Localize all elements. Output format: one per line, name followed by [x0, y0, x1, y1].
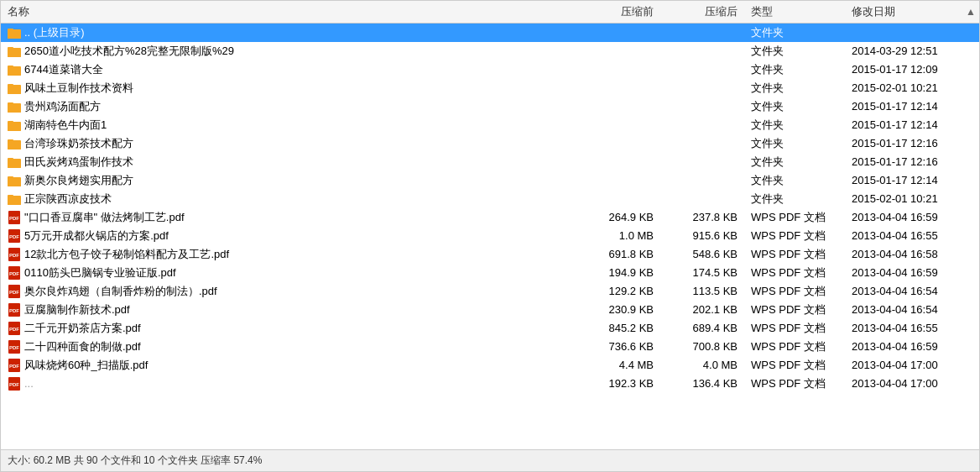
cell-compressed-before: 4.4 MB [576, 359, 660, 371]
table-row[interactable]: PDF ...192.3 KB136.4 KBWPS PDF 文档2013-04… [1, 375, 979, 393]
folder-icon [8, 192, 21, 206]
cell-name: PDF ... [1, 377, 576, 391]
svg-rect-29 [8, 197, 21, 205]
cell-modified: 2013-04-04 17:00 [845, 377, 979, 390]
table-row[interactable]: .. (上级目录)文件夹 [1, 24, 979, 42]
table-row[interactable]: PDF 二千元开奶茶店方案.pdf845.2 KB689.4 KBWPS PDF… [1, 319, 979, 338]
cell-type: 文件夹 [744, 191, 845, 207]
table-row[interactable]: PDF 豆腐脑制作新技术.pdf230.9 KB202.1 KBWPS PDF … [1, 301, 979, 319]
header-modified[interactable]: 修改日期 [845, 4, 979, 19]
table-row[interactable]: 风味土豆制作技术资料文件夹2015-02-01 10:21 [1, 79, 979, 97]
file-name-text: 正宗陕西凉皮技术 [24, 191, 112, 207]
pdf-icon: PDF [8, 303, 21, 317]
file-name-text: 豆腐脑制作新技术.pdf [24, 302, 130, 317]
table-row[interactable]: 贵州鸡汤面配方文件夹2015-01-17 12:14 [1, 97, 979, 116]
table-row[interactable]: 新奥尔良烤翅实用配方文件夹2015-01-17 12:14 [1, 171, 979, 190]
folder-icon [8, 100, 21, 113]
header-type[interactable]: 类型 [744, 4, 845, 19]
svg-text:PDF: PDF [9, 327, 19, 332]
cell-compressed-before: 691.8 KB [576, 248, 660, 260]
cell-type: WPS PDF 文档 [744, 376, 845, 391]
table-row[interactable]: PDF 0110筋头巴脑锅专业验证版.pdf194.9 KB174.5 KBWP… [1, 264, 979, 282]
cell-name: 贵州鸡汤面配方 [1, 99, 576, 114]
file-list-area[interactable]: .. (上级目录)文件夹 2650道小吃技术配方%28完整无限制版%29文件夹2… [1, 24, 979, 449]
table-row[interactable]: PDF 奥尔良炸鸡翅（自制香炸粉的制法）.pdf129.2 KB113.5 KB… [1, 282, 979, 301]
file-name-text: 新奥尔良烤翅实用配方 [24, 173, 133, 188]
header-compressed-after[interactable]: 压缩后 [660, 4, 744, 19]
cell-name: 6744道菜谱大全 [1, 62, 576, 77]
file-name-text: 台湾珍珠奶茶技术配方 [24, 136, 133, 151]
table-row[interactable]: 田氏炭烤鸡蛋制作技术文件夹2015-01-17 12:16 [1, 153, 979, 171]
file-name-text: "口口香豆腐串" 做法烤制工艺.pdf [24, 210, 185, 225]
cell-compressed-before: 230.9 KB [576, 303, 660, 316]
cell-name: PDF 奥尔良炸鸡翅（自制香炸粉的制法）.pdf [1, 284, 576, 299]
cell-type: WPS PDF 文档 [744, 302, 845, 317]
table-row[interactable]: PDF 12款北方包子饺子秘制馅料配方及工艺.pdf691.8 KB548.6 … [1, 245, 979, 264]
table-row[interactable]: PDF 风味烧烤60种_扫描版.pdf4.4 MB4.0 MBWPS PDF 文… [1, 356, 979, 375]
cell-name: PDF 5万元开成都火锅店的方案.pdf [1, 228, 576, 244]
cell-type: 文件夹 [744, 62, 845, 77]
cell-name: PDF 二十四种面食的制做.pdf [1, 339, 576, 354]
cell-compressed-after: 915.6 KB [660, 229, 744, 242]
cell-compressed-before: 194.9 KB [576, 266, 660, 279]
cell-type: 文件夹 [744, 173, 845, 188]
cell-compressed-after: 700.8 KB [660, 340, 744, 353]
cell-type: WPS PDF 文档 [744, 265, 845, 281]
svg-rect-20 [8, 141, 21, 149]
table-row[interactable]: 正宗陕西凉皮技术文件夹2015-02-01 10:21 [1, 190, 979, 208]
svg-rect-17 [8, 123, 21, 131]
status-text: 大小: 60.2 MB 共 90 个文件和 10 个文件夹 压缩率 57.4% [8, 454, 262, 468]
cell-compressed-before: 736.6 KB [576, 340, 660, 353]
svg-rect-14 [8, 104, 21, 113]
cell-modified: 2013-04-04 17:00 [845, 359, 979, 371]
header-name[interactable]: 名称 [1, 4, 576, 19]
cell-name: 湖南特色牛内面1 [1, 118, 576, 133]
table-row[interactable]: PDF "口口香豆腐串" 做法烤制工艺.pdf264.9 KB237.8 KBW… [1, 208, 979, 227]
cell-modified: 2015-01-17 12:16 [845, 137, 979, 149]
table-row[interactable]: 湖南特色牛内面1文件夹2015-01-17 12:14 [1, 116, 979, 134]
folder-icon [8, 118, 21, 132]
cell-compressed-after: 113.5 KB [660, 285, 744, 297]
pdf-icon: PDF [8, 340, 21, 354]
file-name-text: 0110筋头巴脑锅专业验证版.pdf [24, 265, 176, 281]
header-compressed-before[interactable]: 压缩前 [576, 4, 660, 19]
svg-text:PDF: PDF [9, 216, 19, 221]
cell-compressed-after: 202.1 KB [660, 303, 744, 316]
cell-type: WPS PDF 文档 [744, 321, 845, 336]
cell-compressed-after: 689.4 KB [660, 322, 744, 334]
pdf-icon: PDF [8, 211, 21, 224]
cell-compressed-before: 192.3 KB [576, 377, 660, 390]
table-row[interactable]: 台湾珍珠奶茶技术配方文件夹2015-01-17 12:16 [1, 134, 979, 153]
svg-text:PDF: PDF [9, 345, 19, 350]
file-name-text: .. (上级目录) [24, 25, 85, 40]
pdf-icon: PDF [8, 229, 21, 243]
file-name-text: 湖南特色牛内面1 [24, 118, 107, 133]
table-row[interactable]: 6744道菜谱大全文件夹2015-01-17 12:09 [1, 60, 979, 79]
file-name-text: 奥尔良炸鸡翅（自制香炸粉的制法）.pdf [24, 284, 217, 299]
svg-text:PDF: PDF [9, 364, 19, 369]
file-list-container: 名称 压缩前 压缩后 类型 修改日期 ▲ .. (上级目录)文件夹 2650道小… [0, 0, 980, 472]
folder-icon [8, 81, 21, 95]
sort-icon: ▲ [966, 6, 976, 18]
file-name-text: 风味烧烤60种_扫描版.pdf [24, 358, 148, 373]
cell-modified: 2013-04-04 16:59 [845, 266, 979, 279]
table-row[interactable]: 2650道小吃技术配方%28完整无限制版%29文件夹2014-03-29 12:… [1, 42, 979, 60]
cell-type: 文件夹 [744, 155, 845, 170]
cell-type: 文件夹 [744, 44, 845, 59]
file-name-text: 二千元开奶茶店方案.pdf [24, 321, 141, 336]
cell-modified: 2013-04-04 16:59 [845, 211, 979, 223]
svg-text:PDF: PDF [9, 253, 19, 258]
cell-type: WPS PDF 文档 [744, 284, 845, 299]
cell-type: WPS PDF 文档 [744, 247, 845, 262]
cell-name: 正宗陕西凉皮技术 [1, 191, 576, 207]
table-row[interactable]: PDF 二十四种面食的制做.pdf736.6 KB700.8 KBWPS PDF… [1, 338, 979, 356]
cell-modified: 2013-04-04 16:54 [845, 303, 979, 316]
cell-name: 2650道小吃技术配方%28完整无限制版%29 [1, 44, 576, 59]
cell-modified: 2015-01-17 12:14 [845, 174, 979, 186]
cell-compressed-before: 129.2 KB [576, 285, 660, 297]
file-name-text: 12款北方包子饺子秘制馅料配方及工艺.pdf [24, 247, 229, 262]
table-row[interactable]: PDF 5万元开成都火锅店的方案.pdf1.0 MB915.6 KBWPS PD… [1, 227, 979, 245]
cell-compressed-before: 845.2 KB [576, 322, 660, 334]
svg-rect-2 [8, 30, 21, 39]
folder-icon [8, 155, 21, 169]
